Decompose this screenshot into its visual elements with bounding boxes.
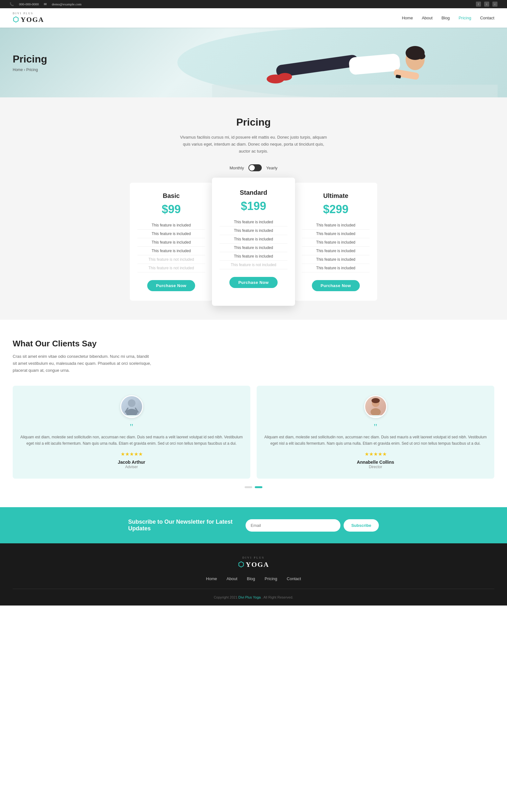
toggle-knob — [249, 165, 255, 171]
avatar-image-2 — [365, 396, 386, 415]
logo-main: ⬡ YOGA — [13, 15, 44, 24]
avatar-image-1 — [121, 396, 142, 415]
copyright-brand-link[interactable]: Divi Plus Yoga — [238, 596, 261, 599]
facebook-icon[interactable]: f — [476, 2, 481, 7]
newsletter-section: Subscribe to Our Newsletter for Latest U… — [0, 507, 507, 543]
list-item: This feature is included — [220, 244, 287, 252]
footer-logo-text: YOGA — [246, 560, 269, 569]
testimonial-role-2: Director — [264, 465, 487, 469]
top-bar-left: 📞 000-000-0000 ✉ demo@example.com — [9, 2, 81, 6]
pricing-section: Pricing Vivamus facilisis cursus mi, id … — [0, 98, 507, 320]
newsletter-email-input[interactable] — [245, 519, 340, 532]
footer-nav-about[interactable]: About — [227, 576, 237, 581]
footer-logo-main: ⬡ YOGA — [13, 560, 494, 569]
pricing-subtitle: Vivamus facilisis cursus mi, id posuere … — [177, 134, 330, 155]
list-item: This feature is included — [137, 247, 205, 255]
header: DIVI PLUS ⬡ YOGA Home About Blog Pricing… — [0, 8, 507, 27]
breadcrumb-current: Pricing — [26, 68, 38, 72]
slider-dot-2[interactable] — [255, 486, 262, 488]
breadcrumb: Home › Pricing — [13, 68, 47, 72]
list-item: This feature is included — [137, 221, 205, 230]
nav-contact[interactable]: Contact — [480, 15, 494, 20]
nav-about[interactable]: About — [421, 15, 433, 20]
list-item: This feature is included — [302, 238, 370, 247]
nav-blog[interactable]: Blog — [441, 15, 450, 20]
svg-point-11 — [126, 409, 137, 415]
star-rating-2: ★★★★★ — [264, 451, 487, 457]
footer: DIVI PLUS ⬡ YOGA Home About Blog Pricing… — [0, 543, 507, 606]
feature-list-basic: This feature is included This feature is… — [137, 221, 205, 272]
footer-nav-blog[interactable]: Blog — [247, 576, 255, 581]
phone-icon: 📞 — [9, 2, 14, 6]
newsletter-form: Subscribe — [245, 519, 379, 532]
testimonial-card-1: " Aliquam est diam, molestie sed sollici… — [13, 386, 250, 479]
main-nav: Home About Blog Pricing Contact — [402, 15, 494, 20]
nav-home[interactable]: Home — [402, 15, 413, 20]
pricing-title: Pricing — [13, 116, 494, 128]
phone-link[interactable]: 000-000-0000 — [19, 2, 39, 6]
footer-nav-pricing[interactable]: Pricing — [265, 576, 277, 581]
list-item: This feature is included — [137, 230, 205, 238]
footer-logo-subtitle: DIVI PLUS — [13, 556, 494, 559]
purchase-button-ultimate[interactable]: Purchase Now — [312, 280, 360, 291]
logo[interactable]: DIVI PLUS ⬡ YOGA — [13, 12, 44, 24]
copyright-suffix: . All Right Reserved. — [262, 596, 293, 599]
nav-pricing[interactable]: Pricing — [458, 15, 471, 20]
logo-icon: ⬡ — [13, 15, 19, 24]
billing-toggle[interactable] — [248, 164, 262, 171]
testimonial-card-2: " Aliquam est diam, molestie sed sollici… — [257, 386, 494, 479]
newsletter-title: Subscribe to Our Newsletter for Latest U… — [128, 519, 236, 532]
testimonials-subtitle: Cras sit amet enim vitae odio consectetu… — [13, 353, 152, 374]
email-icon: ✉ — [44, 2, 47, 6]
footer-nav: Home About Blog Pricing Contact — [13, 576, 494, 581]
pricing-card-ultimate: Ultimate $299 This feature is included T… — [294, 183, 377, 301]
plan-price-basic: $99 — [137, 203, 205, 216]
list-item: This feature is included — [302, 264, 370, 272]
slider-dots — [13, 486, 494, 488]
top-bar: 📞 000-000-0000 ✉ demo@example.com f t r — [0, 0, 507, 8]
rss-icon[interactable]: r — [492, 2, 498, 7]
billing-toggle-row: Monthly Yearly — [13, 164, 494, 171]
purchase-button-basic[interactable]: Purchase Now — [147, 280, 195, 291]
list-item: This feature is not included — [220, 261, 287, 269]
list-item: This feature is included — [137, 238, 205, 247]
logo-subtitle: DIVI PLUS — [13, 12, 33, 15]
list-item: This feature is included — [302, 230, 370, 238]
testimonial-name-2: Annabelle Collins — [264, 459, 487, 465]
hero-illustration — [203, 27, 507, 98]
plan-price-ultimate: $299 — [302, 203, 370, 216]
list-item: This feature is included — [302, 247, 370, 255]
breadcrumb-separator: › — [24, 68, 26, 72]
testimonial-avatar-2 — [364, 395, 387, 418]
footer-logo[interactable]: DIVI PLUS ⬡ YOGA — [13, 556, 494, 569]
testimonial-role-1: Adviser — [20, 465, 243, 469]
svg-rect-0 — [212, 85, 498, 98]
hero-section: Pricing Home › Pricing — [0, 27, 507, 98]
svg-point-16 — [372, 398, 380, 403]
plan-price-standard: $199 — [220, 199, 287, 213]
quote-mark-2: " — [264, 423, 487, 431]
footer-copyright: Copyright 2021 Divi Plus Yoga . All Righ… — [13, 596, 494, 599]
svg-rect-5 — [393, 69, 420, 80]
slider-dot-1[interactable] — [245, 486, 252, 488]
plan-name-standard: Standard — [220, 189, 287, 196]
feature-list-standard: This feature is included This feature is… — [220, 218, 287, 269]
testimonials-title: What Our Clients Say — [13, 339, 494, 349]
newsletter-subscribe-button[interactable]: Subscribe — [344, 519, 379, 532]
copyright-prefix: Copyright 2021 — [214, 596, 238, 599]
list-item: This feature is included — [220, 218, 287, 227]
twitter-icon[interactable]: t — [484, 2, 489, 7]
footer-nav-home[interactable]: Home — [206, 576, 217, 581]
toggle-monthly-label: Monthly — [229, 166, 244, 170]
breadcrumb-home[interactable]: Home — [13, 68, 23, 72]
testimonials-section: What Our Clients Say Cras sit amet enim … — [0, 320, 507, 507]
testimonial-text-1: Aliquam est diam, molestie sed sollicitu… — [20, 434, 243, 447]
footer-nav-contact[interactable]: Contact — [287, 576, 301, 581]
list-item: This feature is not included — [137, 264, 205, 272]
logo-text: YOGA — [21, 15, 44, 24]
email-link[interactable]: demo@example.com — [52, 2, 81, 6]
testimonial-avatar-1 — [120, 395, 143, 418]
list-item: This feature is included — [302, 255, 370, 264]
purchase-button-standard[interactable]: Purchase Now — [229, 277, 278, 288]
svg-point-15 — [371, 408, 381, 415]
